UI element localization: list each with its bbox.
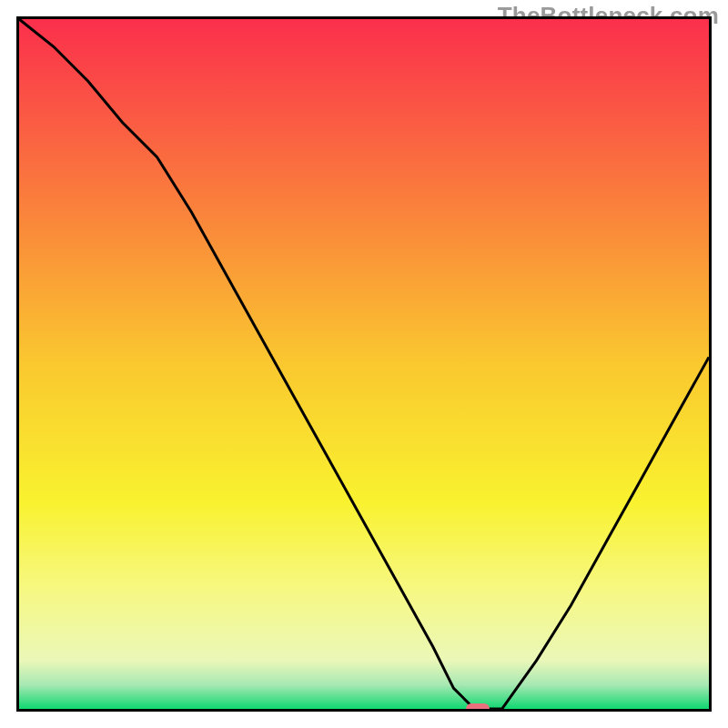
plot-area xyxy=(16,16,712,712)
chart-canvas: TheBottleneck.com xyxy=(0,0,728,728)
curve-layer xyxy=(19,19,709,709)
bottleneck-curve xyxy=(19,19,709,709)
optimal-point-marker xyxy=(466,703,490,712)
